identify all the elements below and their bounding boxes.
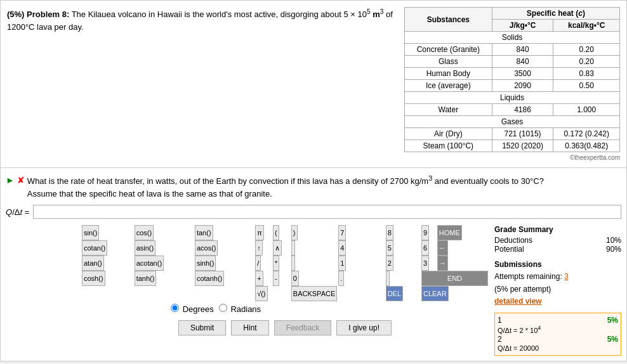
row-concrete: Concrete (Granite)8400.20: [405, 44, 620, 56]
calc-pi[interactable]: π: [255, 225, 264, 240]
calc-end[interactable]: END: [421, 271, 488, 286]
category-gases: Gases: [405, 116, 620, 128]
grade-summary-title: Grade Summary: [494, 225, 621, 234]
calc-home[interactable]: HOME: [437, 225, 462, 240]
hint-button[interactable]: Hint: [231, 320, 268, 335]
col-substances: Substances: [405, 8, 492, 32]
m3: m: [373, 10, 380, 19]
radians-radio[interactable]: [219, 304, 227, 312]
calc-8[interactable]: 8: [386, 225, 393, 240]
detailed-link[interactable]: detailed view: [494, 297, 542, 306]
calc-cos[interactable]: cos(): [135, 225, 154, 240]
category-liquids: Liquids: [405, 92, 620, 104]
calc-right-arrow[interactable]: →: [437, 256, 448, 271]
calc-empty1: [291, 240, 295, 256]
exp-3: 3: [380, 8, 384, 15]
calc-acos[interactable]: acos(): [195, 240, 218, 256]
exp-5: 5: [367, 8, 371, 15]
calc-atan[interactable]: atan(): [82, 256, 104, 271]
row-ice: Ice (average)20900.50: [405, 80, 620, 92]
deductions-label: Deductions: [494, 236, 532, 245]
attempt-1-num: 1: [498, 316, 502, 325]
calc-empty2: [291, 256, 295, 271]
attempt-row-2: 2 Q/Δt = 20000 5%: [498, 335, 618, 353]
x-icon: ✘: [17, 174, 25, 187]
row-steam: Steam (100°C)1520 (2020)0.363(0.482): [405, 140, 620, 152]
submit-button[interactable]: Submit: [178, 320, 226, 335]
bottom-section: ► ✘ What is the rate of heat transfer, i…: [0, 168, 627, 361]
calc-asin[interactable]: asin(): [135, 240, 156, 256]
calc-lparen[interactable]: (: [273, 225, 279, 240]
calc-cotanh[interactable]: cotanh(): [195, 271, 224, 286]
attempt-1-formula: 1 Q/Δt = 2 * 104: [498, 316, 541, 335]
category-solids: Solids: [405, 32, 620, 44]
submissions: Submissions Attempts remaining: 3 (5% pe…: [494, 260, 621, 355]
calc-minus[interactable]: -: [273, 271, 279, 286]
feedback-button: Feedback: [274, 320, 332, 335]
calc-dot[interactable]: .: [338, 271, 344, 286]
calc-table: sin() cos() tan() π ( ) 7 8 9 HOME: [82, 225, 488, 301]
calc-9[interactable]: 9: [421, 225, 429, 240]
degree-radians-row: Degrees Radians: [158, 304, 488, 314]
deductions-row: Deductions 10%: [494, 236, 621, 245]
calc-tanh[interactable]: tanh(): [135, 271, 157, 286]
potential-val: 90%: [606, 245, 621, 254]
calc-7[interactable]: 7: [338, 225, 346, 240]
col-jkgC: J/kg•°C: [492, 20, 553, 32]
submissions-title: Submissions: [494, 260, 621, 269]
calc-rparen[interactable]: ): [291, 225, 298, 240]
calc-acotan[interactable]: acotan(): [135, 256, 164, 271]
calc-tan[interactable]: tan(): [195, 225, 213, 240]
specific-heat-table: Substances Specific heat (c) J/kg•°C kca…: [404, 7, 620, 152]
calc-0[interactable]: 0: [291, 271, 299, 286]
table-container: Substances Specific heat (c) J/kg•°C kca…: [404, 7, 620, 161]
arrow-icon: ►: [6, 174, 15, 187]
calc-sin[interactable]: sin(): [82, 225, 99, 240]
copyright: ©theexpertta.com: [404, 154, 620, 161]
attempt-1-pct: 5%: [607, 316, 618, 325]
calc-backspace[interactable]: BACKSPACE: [291, 286, 337, 301]
per-attempt: (5% per attempt): [494, 285, 551, 294]
submissions-info: Attempts remaining: 3 (5% per attempt) d…: [494, 271, 621, 308]
calc-1[interactable]: 1: [338, 256, 346, 271]
calc-6[interactable]: 6: [421, 240, 429, 256]
igiveup-button[interactable]: I give up!: [336, 320, 392, 335]
calc-3[interactable]: 3: [421, 256, 429, 271]
top-section: (5%) Problem 8: The Kilauea volcano in H…: [0, 0, 627, 168]
main-area: sin() cos() tan() π ( ) 7 8 9 HOME: [6, 225, 621, 355]
attempt-2-formula: 2 Q/Δt = 20000: [498, 335, 539, 353]
calc-4[interactable]: 4: [338, 240, 346, 256]
calc-empty3: [386, 271, 390, 286]
action-buttons: Submit Hint Feedback I give up!: [82, 320, 488, 335]
calc-backspace-arrow[interactable]: ←: [437, 240, 448, 256]
degrees-radio[interactable]: [171, 304, 179, 312]
calc-plus[interactable]: +: [255, 271, 263, 286]
attempts-count[interactable]: 3: [564, 272, 569, 281]
degrees-label[interactable]: Degrees: [171, 304, 214, 314]
col-specific-heat: Specific heat (c): [492, 8, 619, 20]
calc-del[interactable]: DEL: [386, 286, 403, 301]
grade-summary: Grade Summary Deductions 10% Potential 9…: [494, 225, 621, 254]
problem-number: (5%) Problem 8:: [7, 10, 69, 19]
row-human-body: Human Body35000.83: [405, 68, 620, 80]
calc-5[interactable]: 5: [386, 240, 393, 256]
calc-cosh[interactable]: cosh(): [82, 271, 105, 286]
calc-divide[interactable]: /: [255, 256, 261, 271]
col-kcal: kcal/kg•°C: [553, 20, 620, 32]
answer-input[interactable]: [33, 205, 621, 219]
calc-clear[interactable]: CLEAR: [421, 286, 449, 301]
problem-description: The Kilauea volcano in Hawaii is the wor…: [72, 10, 367, 19]
calc-cotan[interactable]: cotan(): [82, 240, 107, 256]
calc-sqrt[interactable]: √(): [255, 286, 267, 301]
calc-caret[interactable]: ∧: [273, 240, 282, 256]
calc-multiply[interactable]: *: [273, 256, 279, 271]
calc-sinh[interactable]: sinh(): [195, 256, 216, 271]
sidebar: Grade Summary Deductions 10% Potential 9…: [494, 225, 621, 355]
attempts-text: Attempts remaining:: [494, 272, 562, 281]
calc-up[interactable]: ↑: [255, 240, 263, 256]
calculator-area: sin() cos() tan() π ( ) 7 8 9 HOME: [6, 225, 488, 355]
calc-2[interactable]: 2: [386, 256, 393, 271]
question-text: What is the rate of heat transfer, in wa…: [27, 173, 544, 200]
deductions-val: 10%: [606, 236, 621, 245]
radians-label[interactable]: Radians: [219, 304, 261, 314]
